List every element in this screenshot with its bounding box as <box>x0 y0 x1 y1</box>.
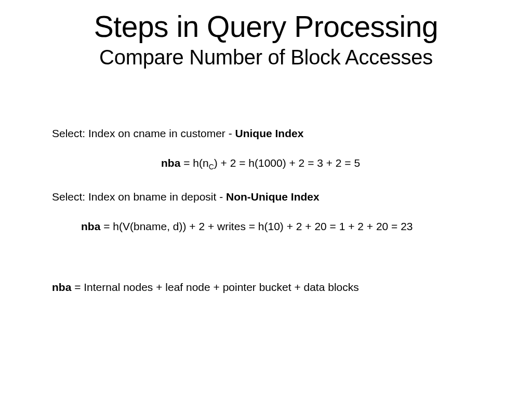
formula-unique-b: ) + 2 = h(1000) + 2 = 3 + 2 = 5 <box>214 157 360 169</box>
select-nonunique-line: Select: Index on bname in deposit - Non-… <box>52 190 501 204</box>
slide-content: Select: Index on cname in customer - Uni… <box>0 126 532 295</box>
select-nonunique-bold: Non-Unique Index <box>226 191 320 203</box>
formula-unique-nba: nba <box>161 157 180 169</box>
formula-nonunique-nba: nba <box>81 220 100 232</box>
formula-unique-a: = h(n <box>180 157 208 169</box>
formula-nonunique-rest: = h(V(bname, d)) + 2 + writes = h(10) + … <box>100 220 413 232</box>
select-nonunique-prefix: Select: Index on bname in deposit - <box>52 191 226 203</box>
formula-unique: nba = h(nC) + 2 = h(1000) + 2 = 3 + 2 = … <box>161 156 501 171</box>
formula-unique-sub: C <box>209 163 214 171</box>
select-unique-prefix: Select: Index on cname in customer - <box>52 127 235 139</box>
footer-rest: = Internal nodes + leaf node + pointer b… <box>71 281 358 293</box>
slide-subtitle: Compare Number of Block Accesses <box>0 46 532 69</box>
select-unique-bold: Unique Index <box>235 127 304 139</box>
footer-nba: nba <box>52 281 71 293</box>
slide: Steps in Query Processing Compare Number… <box>0 9 532 399</box>
select-unique-line: Select: Index on cname in customer - Uni… <box>52 126 501 140</box>
slide-title: Steps in Query Processing <box>0 9 532 44</box>
footer-definition: nba = Internal nodes + leaf node + point… <box>52 280 501 294</box>
formula-nonunique: nba = h(V(bname, d)) + 2 + writes = h(10… <box>81 219 501 233</box>
